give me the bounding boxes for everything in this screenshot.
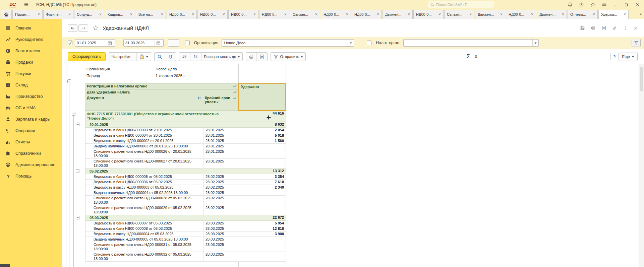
tab-close-icon[interactable]: × xyxy=(408,13,410,16)
vertical-scrollbar[interactable] xyxy=(639,64,644,267)
tab-1[interactable]: Парам...× xyxy=(12,10,43,19)
tab-close-icon[interactable]: × xyxy=(438,13,441,16)
withheld-cell[interactable]: 3 900 xyxy=(239,231,286,237)
tab-close-icon[interactable]: × xyxy=(593,13,595,16)
deadline-cell[interactable]: 28.01.2025 xyxy=(203,138,239,143)
save-icon[interactable] xyxy=(580,25,585,30)
collapse-groups-button[interactable] xyxy=(179,53,190,61)
expand-to-button[interactable]: Разворачивать до xyxy=(201,53,243,61)
document-cell[interactable]: Списание с расчетного счета НД00-000031 … xyxy=(85,242,203,252)
link-icon[interactable] xyxy=(612,25,617,30)
close-form-icon[interactable] xyxy=(633,26,638,30)
info-label[interactable]: Организация xyxy=(85,67,156,71)
document-cell[interactable]: Списание с расчетного счета НД00-000029 … xyxy=(85,205,203,215)
sort-icon[interactable] xyxy=(233,96,237,100)
tab-close-icon[interactable]: × xyxy=(223,13,225,16)
group-total-cell[interactable]: 8 632 xyxy=(239,122,286,127)
header-registration[interactable]: Регистрация в налоговом органе xyxy=(85,83,238,89)
filter-toggle-button[interactable] xyxy=(632,39,641,47)
group-date-cell[interactable]: 05.02.2025 xyxy=(85,169,203,174)
tab-close-icon[interactable]: × xyxy=(624,13,626,16)
deadline-cell[interactable]: 28.03.2025 xyxy=(203,242,239,252)
document-cell[interactable]: Ведомость в банк НД00-000007 от 05.03.20… xyxy=(85,221,203,226)
sidebar-item-13[interactable]: Администрирование xyxy=(0,159,62,171)
tab-close-icon[interactable]: × xyxy=(500,13,503,16)
tab-5[interactable]: Все на...× xyxy=(136,10,166,19)
help-button[interactable]: ? xyxy=(613,54,616,59)
document-cell[interactable]: Выдача наличных НД00-000005 от 05.03.202… xyxy=(85,237,203,242)
document-cell[interactable]: Ведомость в банк НД00-000008 от 05.03.20… xyxy=(85,226,203,231)
sidebar-item-3[interactable]: Банк и касса xyxy=(0,45,62,57)
preview-button[interactable] xyxy=(256,53,267,61)
tab-close-icon[interactable]: × xyxy=(315,13,317,16)
generate-button[interactable]: Сформировать xyxy=(68,52,106,61)
sidebar-item-11[interactable]: Отчеты xyxy=(0,136,62,148)
tab-3[interactable]: Сотруд...× xyxy=(74,10,104,19)
deadline-cell[interactable]: 28.02.2025 xyxy=(203,174,239,179)
date-to-field[interactable] xyxy=(123,39,164,47)
tab-home[interactable] xyxy=(1,10,12,19)
tab-close-icon[interactable]: × xyxy=(284,13,287,16)
calendar-icon[interactable] xyxy=(155,40,162,46)
tab-13[interactable]: Движен...× xyxy=(383,10,413,19)
document-cell[interactable]: Ведомость в кассу НД00-000003 от 05.02.2… xyxy=(85,185,203,190)
main-menu-icon[interactable] xyxy=(24,2,29,7)
deadline-cell[interactable]: 28.02.2025 xyxy=(203,196,239,205)
collapse-level1-button[interactable]: – xyxy=(67,79,71,83)
deadline-cell[interactable]: 28.03.2025 xyxy=(203,226,239,231)
find-next-button[interactable] xyxy=(165,53,176,61)
organization-checkbox[interactable] xyxy=(185,41,190,45)
info-value[interactable]: Новое Дело xyxy=(156,67,177,71)
tab-2[interactable]: Физиче...× xyxy=(43,10,73,19)
sidebar-item-6[interactable]: Склад xyxy=(0,79,62,91)
global-search-input[interactable]: Поиск Ctrl+Shift+F xyxy=(428,1,494,8)
send-button[interactable]: Отправить xyxy=(271,53,305,61)
withheld-cell[interactable] xyxy=(239,190,286,195)
date-from-field[interactable] xyxy=(75,39,115,47)
tab-17[interactable]: НД00-0...× xyxy=(506,10,536,19)
settings-button[interactable]: Настройки... xyxy=(109,53,136,61)
tab-7[interactable]: НД00-0...× xyxy=(197,10,228,19)
tab-14[interactable]: НД00-0...× xyxy=(413,10,444,19)
deadline-cell[interactable]: 28.03.2025 xyxy=(203,237,239,242)
sidebar-item-8[interactable]: ОС и НМА xyxy=(0,102,62,114)
withheld-cell[interactable]: 7 618 xyxy=(239,180,286,185)
print-preview-icon[interactable] xyxy=(601,25,606,30)
withheld-cell[interactable] xyxy=(239,144,286,149)
withheld-cell[interactable]: 3 354 xyxy=(239,174,286,179)
tab-close-icon[interactable]: × xyxy=(68,13,71,16)
find-button[interactable] xyxy=(155,53,165,61)
withheld-cell[interactable]: 5 954 xyxy=(239,221,286,226)
notifications-bell-icon[interactable] xyxy=(568,2,573,7)
tab-close-icon[interactable]: × xyxy=(531,13,533,16)
service-menu-icon[interactable] xyxy=(602,2,607,7)
forward-button[interactable] xyxy=(78,24,88,32)
scrollbar-thumb[interactable] xyxy=(640,67,643,91)
deadline-cell[interactable]: 28.03.2025 xyxy=(203,231,239,237)
collapse-level2-button[interactable]: – xyxy=(72,112,75,116)
deadline-cell[interactable]: 28.01.2025 xyxy=(203,144,239,149)
deadline-cell[interactable]: 28.01.2025 xyxy=(203,128,239,133)
restore-icon[interactable] xyxy=(624,2,629,7)
tab-16[interactable]: Движен...× xyxy=(475,10,505,19)
favorite-star-icon[interactable] xyxy=(93,25,99,31)
sidebar-item-1[interactable]: Главное xyxy=(0,22,62,34)
sidebar-item-10[interactable]: ДтКтОперации xyxy=(0,125,62,136)
sidebar-item-7[interactable]: Производство xyxy=(0,91,62,102)
report-variants-button[interactable] xyxy=(136,53,151,61)
group-deadline-cell[interactable] xyxy=(203,215,239,220)
tab-close-icon[interactable]: × xyxy=(99,13,102,16)
document-cell[interactable]: Ведомость в кассу НД00-000004 от 05.03.2… xyxy=(85,231,203,237)
withheld-cell[interactable]: 5 018 xyxy=(239,133,286,138)
deadline-cell[interactable]: 28.02.2025 xyxy=(203,185,239,190)
tab-18[interactable]: Движен...× xyxy=(537,10,567,19)
tax-authority-checkbox[interactable] xyxy=(367,41,371,45)
withheld-cell[interactable] xyxy=(239,196,286,205)
deadline-cell[interactable]: 28.02.2025 xyxy=(203,190,239,195)
info-value[interactable]: 1 квартал 2025 г. xyxy=(156,74,185,78)
collapse-group-button[interactable]: – xyxy=(76,123,79,126)
withheld-cell[interactable] xyxy=(239,237,286,242)
document-cell[interactable]: Списание с расчетного счета НД00-000028 … xyxy=(85,196,203,205)
history-icon[interactable] xyxy=(579,2,584,7)
tab-close-icon[interactable]: × xyxy=(469,13,472,16)
